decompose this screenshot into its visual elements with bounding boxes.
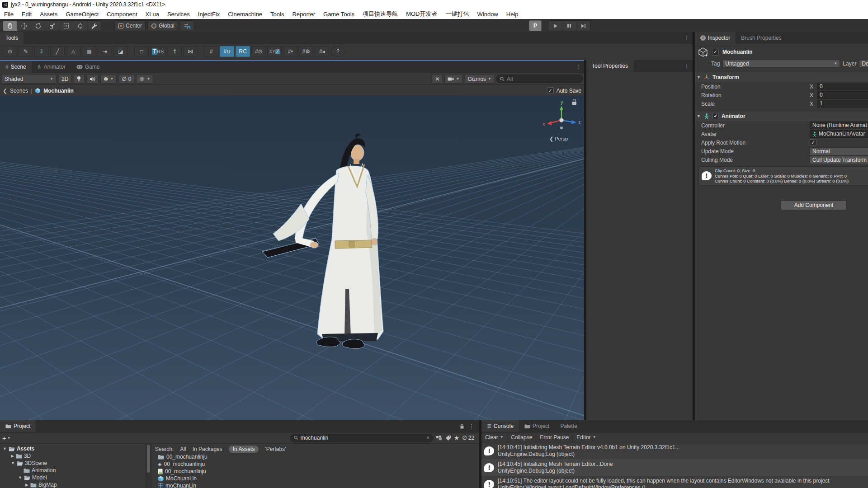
x-axis-cone[interactable]	[547, 121, 552, 125]
scope-in-assets[interactable]: In Assets	[229, 446, 259, 453]
mirror-tool-button[interactable]: ⋈	[183, 46, 198, 57]
scene-search-input[interactable]: All	[496, 75, 583, 83]
tree-item-model[interactable]: ▼ Model	[0, 474, 146, 481]
gameobject-cube-icon[interactable]	[698, 47, 708, 57]
file-row-scene[interactable]: ◈ 00_mochuanlinju	[151, 460, 479, 468]
search-by-type-icon[interactable]	[436, 435, 443, 441]
gameobject-name[interactable]: Mochuanlin	[722, 49, 753, 55]
auto-save-toggle[interactable]: ✓ Auto Save	[547, 87, 581, 94]
component-tools-button[interactable]: ✕	[432, 74, 443, 84]
menu-item-mod-dev[interactable]: MOD开发者	[402, 10, 441, 18]
tab-project[interactable]: Project	[0, 420, 36, 432]
menu-item-gameobject[interactable]: GameObject	[61, 11, 103, 18]
menu-item-xlua[interactable]: XLua	[142, 11, 163, 18]
log-entry[interactable]: ! [14:10:41] Initializing Mesh Terrain E…	[481, 442, 868, 459]
file-row-folder[interactable]: 00_mochuanlinju	[151, 453, 479, 460]
rect-tool-button[interactable]	[59, 21, 73, 31]
hand-tool-button[interactable]	[3, 21, 17, 31]
tab-console[interactable]: ≣ Console	[481, 420, 519, 432]
z-axis-cone[interactable]	[571, 120, 576, 124]
menu-item-assets[interactable]: Assets	[36, 11, 61, 18]
lock-icon[interactable]	[459, 423, 465, 429]
gizmos-dropdown[interactable]: Gizmos▼	[464, 74, 495, 84]
row-column-button[interactable]: RC	[236, 46, 250, 57]
scope-perfabs[interactable]: 'Perfabs'	[265, 446, 286, 452]
position-x-field[interactable]: 0	[817, 83, 868, 90]
tab-palette[interactable]: Palette	[555, 420, 582, 432]
avatar-object-field[interactable]: MoChuanLinAvatar	[810, 130, 868, 138]
xyz-axis-button[interactable]: XYZ	[267, 46, 282, 57]
menu-item-edit[interactable]: Edit	[18, 11, 36, 18]
file-row-mesh[interactable]: moChuanLin	[151, 482, 479, 488]
grid-snapping-button[interactable]	[180, 20, 194, 31]
tab-brush-properties[interactable]: Brush Properties	[736, 32, 787, 44]
file-row-lighting[interactable]: 00_mochuanlinju	[151, 468, 479, 475]
shapes-tool-button[interactable]: △	[66, 46, 80, 57]
active-checkbox[interactable]: ✓	[712, 49, 719, 56]
brush-tool-button[interactable]: ✎	[19, 46, 33, 57]
effects-dropdown[interactable]: ✽▼	[100, 74, 117, 84]
play-button[interactable]	[548, 21, 562, 31]
kebab-menu-icon[interactable]: ⋮	[572, 61, 584, 73]
controller-object-field[interactable]: None (Runtime Animat	[810, 122, 868, 129]
tab-scene[interactable]: # Scene	[0, 61, 32, 73]
pivot-mode-button[interactable]: Center	[114, 20, 146, 31]
menu-item-file[interactable]: File	[0, 11, 18, 18]
press-tool-button[interactable]: ⇩	[34, 46, 49, 57]
menu-item-reporter[interactable]: Reporter	[288, 11, 319, 18]
tree-item-3dscene[interactable]: ▼ 3DScene	[0, 460, 146, 467]
scope-all[interactable]: All	[180, 446, 186, 452]
tab-inspector[interactable]: i Inspector	[695, 32, 736, 44]
search-by-label-icon[interactable]	[445, 435, 451, 441]
menu-item-injectfix[interactable]: InjectFix	[194, 11, 224, 18]
scale-x-field[interactable]: 1	[817, 100, 868, 108]
menu-item-component[interactable]: Component	[103, 11, 141, 18]
grid-settings-button[interactable]: #⚙	[299, 46, 313, 57]
kebab-menu-icon[interactable]: ⋮	[681, 32, 693, 44]
error-pause-button[interactable]: Error Pause	[536, 432, 573, 442]
lock-icon[interactable]	[572, 99, 576, 105]
grid-extra-button[interactable]: #◂	[315, 46, 329, 57]
add-component-button[interactable]: Add Component	[781, 200, 847, 210]
tab-animator[interactable]: ⋔ Animator	[32, 61, 71, 73]
p-mode-button[interactable]: P	[529, 20, 542, 31]
export-tool-button[interactable]: ⇥	[98, 46, 112, 57]
transform-component-header[interactable]: ▼ Transform	[695, 72, 868, 82]
clear-button[interactable]: Clear▼	[481, 432, 508, 442]
collapse-button[interactable]: Collapse	[508, 432, 537, 442]
auto-save-checkbox[interactable]: ✓	[547, 87, 554, 94]
kebab-menu-icon[interactable]: ⋮	[466, 423, 477, 429]
transform-tool-button[interactable]	[73, 21, 87, 31]
file-row-prefab[interactable]: MoChuanLin	[151, 475, 479, 482]
help-button[interactable]: ?	[330, 46, 345, 57]
trs-toggle-button[interactable]: TRS	[150, 46, 166, 57]
grid-visibility-button[interactable]: #⊙	[251, 46, 266, 57]
apply-root-motion-checkbox[interactable]: ✓	[810, 139, 816, 146]
grid-magnet-button[interactable]: #∪	[220, 46, 234, 57]
kebab-menu-icon[interactable]: ⋮	[681, 60, 693, 72]
line-tool-button[interactable]: ╱	[50, 46, 65, 57]
culling-mode-dropdown[interactable]: Cull Update Transform	[810, 156, 868, 164]
draw-mode-dropdown[interactable]: Shaded▼	[1, 74, 57, 84]
editor-dropdown[interactable]: Editor▼	[573, 432, 599, 442]
rotation-x-field[interactable]: 0	[817, 91, 868, 99]
handle-rotation-button[interactable]: Global	[147, 20, 178, 31]
tree-item-animation[interactable]: Animation	[0, 467, 146, 474]
log-entry[interactable]: ! [14:10:45] Initializing Mesh Terrain E…	[481, 459, 868, 476]
hidden-count-toggle[interactable]: ∅ 22	[462, 435, 474, 441]
animator-component-header[interactable]: ▼ ✓ Animator	[695, 111, 868, 121]
move-tool-button[interactable]	[17, 21, 31, 31]
clear-search-icon[interactable]: ×	[426, 435, 429, 441]
raise-tool-button[interactable]: ↥	[167, 46, 182, 57]
camera-dropdown[interactable]: ▼	[444, 74, 462, 84]
2d-toggle-button[interactable]: 2D	[58, 74, 71, 84]
foldout-arrow-icon[interactable]: ▼	[697, 75, 701, 80]
scale-tool-button[interactable]	[45, 21, 59, 31]
lighting-toggle-button[interactable]	[73, 74, 85, 84]
tab-tools[interactable]: Tools	[0, 32, 24, 44]
tag-dropdown[interactable]: Untagged▼	[722, 60, 840, 68]
favorites-star-icon[interactable]: ★	[454, 434, 460, 441]
eraser-tool-button[interactable]: ◪	[113, 46, 128, 57]
log-entry[interactable]: ! [14:10:51] The editor layout could not…	[481, 476, 868, 488]
grid-paint-tool-button[interactable]: ▦	[82, 46, 96, 57]
